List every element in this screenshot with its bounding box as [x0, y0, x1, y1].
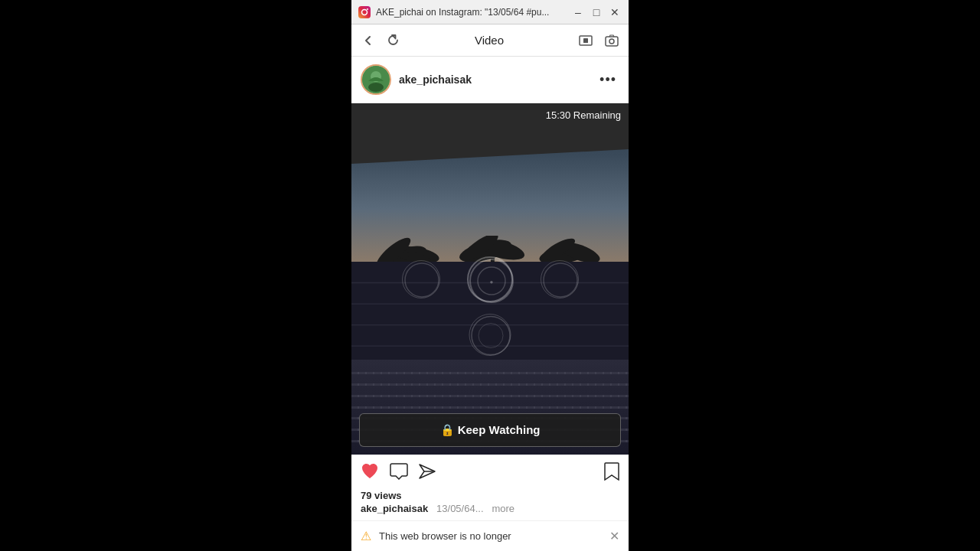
more-options-button[interactable]: •••: [596, 72, 619, 88]
watermark-center: ●: [467, 256, 513, 302]
address-bar-icons: [577, 31, 621, 50]
share-button[interactable]: [419, 463, 436, 484]
action-bar: [351, 455, 629, 490]
svg-rect-5: [606, 37, 618, 46]
maximize-button[interactable]: □: [589, 5, 604, 20]
warning-icon: ⚠: [361, 529, 371, 543]
svg-point-32: [544, 263, 577, 297]
caption-username[interactable]: ake_pichaisak: [361, 503, 428, 514]
action-icons-left: [361, 463, 436, 484]
svg-point-8: [368, 83, 384, 92]
views-count: 79 views: [361, 490, 619, 501]
instagram-header: ake_pichaisak •••: [351, 57, 629, 103]
action-icons-right: [604, 462, 619, 485]
minimize-button[interactable]: –: [570, 5, 586, 20]
svg-rect-4: [583, 38, 588, 43]
title-bar-text: AKE_pichai on Instagram: "13/05/64 #pu..…: [376, 7, 566, 18]
cast-icon: [579, 35, 593, 46]
watermark-bottom: [469, 314, 511, 356]
svg-rect-0: [358, 6, 371, 18]
video-background: ● 15:30 Remaining: [351, 103, 629, 455]
camera-button[interactable]: [603, 31, 621, 50]
browser-warning-text: This web browser is no longer: [379, 530, 602, 542]
close-button[interactable]: ✕: [607, 5, 622, 20]
video-player[interactable]: ● 15:30 Remaining: [351, 103, 629, 455]
watermark-right: [541, 260, 579, 298]
instagram-username[interactable]: ake_pichaisak: [399, 73, 596, 86]
watermark-left: [402, 260, 440, 298]
comment-button[interactable]: [390, 463, 408, 484]
svg-point-2: [367, 8, 368, 10]
comment-icon: [390, 463, 408, 480]
share-icon: [419, 463, 436, 480]
title-bar-controls: – □ ✕: [570, 5, 622, 20]
back-button[interactable]: [359, 31, 377, 50]
warning-close-button[interactable]: ✕: [609, 529, 619, 543]
avatar[interactable]: [361, 64, 391, 95]
post-info: 79 views ake_pichaisak 13/05/64... more: [351, 490, 629, 520]
svg-point-31: [405, 263, 439, 297]
camera-icon: [605, 34, 619, 47]
svg-point-34: [479, 324, 503, 348]
title-bar: AKE_pichai on Instagram: "13/05/64 #pu..…: [351, 0, 629, 24]
page-title: Video: [408, 34, 570, 47]
like-button[interactable]: [361, 463, 379, 484]
caption-date: 13/05/64...: [436, 503, 483, 514]
bookmark-icon: [604, 462, 619, 481]
back-icon: [363, 35, 374, 46]
caption: ake_pichaisak 13/05/64... more: [361, 503, 619, 514]
heart-icon: [361, 463, 379, 480]
svg-point-33: [472, 317, 510, 355]
browser-window: AKE_pichai on Instagram: "13/05/64 #pu..…: [351, 0, 629, 551]
caption-more-link[interactable]: more: [492, 503, 514, 514]
avatar-image: [362, 66, 390, 93]
refresh-icon: [387, 34, 399, 46]
cast-button[interactable]: [577, 31, 595, 50]
keep-watching-button[interactable]: 🔒 Keep Watching: [359, 413, 621, 447]
svg-point-6: [609, 39, 614, 44]
refresh-button[interactable]: [384, 31, 402, 50]
address-bar: Video: [351, 24, 629, 57]
browser-warning-bar: ⚠ This web browser is no longer ✕: [351, 520, 629, 551]
instagram-favicon-icon: [358, 5, 371, 19]
svg-text:●: ●: [490, 279, 494, 285]
remaining-time: 15:30 Remaining: [546, 109, 621, 121]
bookmark-button[interactable]: [604, 465, 619, 484]
